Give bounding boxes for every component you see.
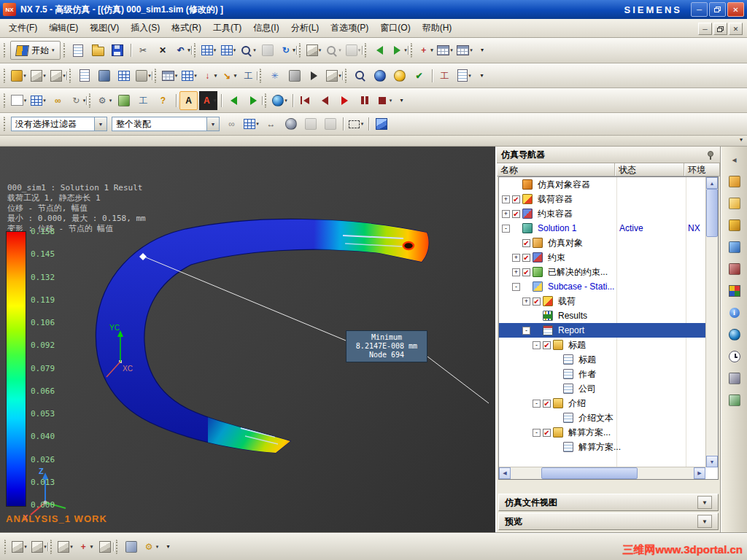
tree-row-solver-text[interactable]: 解算方案... xyxy=(499,440,705,454)
chevron-down-icon[interactable]: ▼ xyxy=(697,496,712,509)
menu-item[interactable]: 首选项(P) xyxy=(325,20,374,36)
post-processing-navigator-tab[interactable] xyxy=(725,195,744,212)
section-button[interactable]: 工▾ xyxy=(436,66,454,85)
minimum-annotation-box[interactable]: Minimum 8.2147E-008 mm Node 694 xyxy=(346,330,427,362)
highlight-button[interactable]: ▾ xyxy=(301,114,320,133)
transform-button[interactable]: ▾ xyxy=(95,66,113,85)
tree-row-sim-object[interactable]: 仿真对象 xyxy=(499,236,705,250)
toolbar-grip[interactable]: ▾ xyxy=(63,43,66,58)
rotate-view-button[interactable]: ↻▾ xyxy=(279,41,297,60)
tree-row-constraint-container[interactable]: + 约束容器 xyxy=(499,206,705,221)
help-button[interactable]: ?▾ xyxy=(154,91,172,110)
tree-row-subcase[interactable]: - Subcase - Stati... xyxy=(499,279,705,294)
tree-expander[interactable]: + xyxy=(502,210,510,218)
forward-button[interactable]: ▾ xyxy=(390,41,409,60)
solve-check-button[interactable]: ✔▾ xyxy=(410,66,428,85)
tools-button[interactable]: ⚙▾ xyxy=(95,91,113,110)
show-assembly-button[interactable]: ▾ xyxy=(49,66,67,85)
menu-item[interactable]: 工具(T) xyxy=(207,20,247,36)
menu-item[interactable]: 视图(V) xyxy=(84,20,125,36)
column-header-environment[interactable]: 环境 xyxy=(684,163,720,176)
scroll-down-button[interactable]: ▼ xyxy=(706,456,718,467)
annotation-color-button[interactable]: A▾ xyxy=(199,91,217,110)
toolbar-overflow-button[interactable]: ▾▾ xyxy=(161,537,175,556)
history-tab[interactable] xyxy=(725,348,744,365)
delete-button[interactable]: ✕▾ xyxy=(154,41,172,60)
toolbar-grip[interactable] xyxy=(4,43,6,58)
show-model-button[interactable]: ▾ xyxy=(29,66,47,85)
tree-checkbox[interactable] xyxy=(522,239,530,247)
smart-select-button[interactable]: ✳▾ xyxy=(266,66,284,85)
first-frame-button[interactable]: ▾ xyxy=(296,91,314,110)
pattern-component-button[interactable]: ▾ xyxy=(96,537,114,556)
play-button[interactable]: ▾ xyxy=(336,91,354,110)
tree-checkbox[interactable] xyxy=(522,254,530,262)
tree-row-intro-section[interactable]: - 介绍 xyxy=(499,396,705,411)
mesh-button[interactable]: ▾ xyxy=(180,66,198,85)
post-view-button[interactable]: ▾ xyxy=(271,91,289,110)
toolbar-grip[interactable]: ▾ xyxy=(260,69,262,83)
save-button[interactable]: ▾ xyxy=(109,41,127,60)
zoom-button[interactable]: ▾ xyxy=(239,41,258,60)
menu-item[interactable]: 文件(F) xyxy=(3,20,43,36)
toolbar-grip[interactable]: ▾ xyxy=(50,540,53,554)
toolbar-grip[interactable]: ▾ xyxy=(299,43,301,58)
resource-collapse-button[interactable]: ◂ xyxy=(725,151,744,168)
report-button[interactable]: ▾ xyxy=(455,66,473,85)
previous-frame-button[interactable]: ▾ xyxy=(316,91,334,110)
simulation-file-view-section[interactable]: 仿真文件视图 ▼ xyxy=(498,494,719,511)
tree-row-solver-section[interactable]: - 解算方案... xyxy=(499,425,705,440)
toolbar-grip[interactable]: ▾ xyxy=(4,93,6,108)
tree-checkbox[interactable] xyxy=(543,400,551,408)
spreadsheet-button[interactable]: ▾ xyxy=(456,41,474,60)
open-button[interactable]: ▾ xyxy=(89,41,107,60)
tree-row-title-section[interactable]: - 标题 xyxy=(499,338,705,352)
object-color-button[interactable]: ▾ xyxy=(9,91,28,110)
load-button[interactable]: ↘▾ xyxy=(220,66,238,85)
toolbar-grip[interactable]: ▾ xyxy=(89,93,91,108)
tree-checkbox[interactable] xyxy=(543,341,551,349)
toolbar-grip[interactable]: ▾ xyxy=(411,43,413,58)
pan-button[interactable]: ▾ xyxy=(259,41,277,60)
tree-row-company[interactable]: 公司 xyxy=(499,381,705,396)
doc-restore-button[interactable] xyxy=(713,23,727,35)
toolbar-overflow-button[interactable]: ▾▾ xyxy=(395,91,409,110)
tree-row-title[interactable]: 标题 xyxy=(499,352,705,367)
settings-gear-button[interactable]: ⚙▾ xyxy=(142,537,160,556)
tree-checkbox[interactable] xyxy=(512,195,520,203)
graphics-window[interactable]: YC XC Z X 000_sim1 : Solution 1 Result载荷… xyxy=(0,147,495,533)
view-layout-button[interactable]: ▾ xyxy=(200,41,218,60)
scroll-right-button[interactable]: ▶ xyxy=(694,467,705,479)
close-button[interactable]: ✕ xyxy=(727,2,744,17)
assembly-button[interactable]: ▾ xyxy=(10,537,28,556)
tree-row-sim-object-container[interactable]: 仿真对象容器 xyxy=(499,177,705,192)
toolbar-grip[interactable]: ▾ xyxy=(4,540,7,554)
part-navigator-tab[interactable] xyxy=(725,238,744,256)
internet-browser-tab[interactable] xyxy=(725,326,744,343)
color-palette-tab[interactable] xyxy=(725,282,744,300)
toolbar-overflow-chevron[interactable]: ▾ xyxy=(740,136,743,143)
tree-checkbox[interactable] xyxy=(543,429,551,437)
back-button[interactable]: ▾ xyxy=(371,41,389,60)
material-button[interactable]: ▾ xyxy=(390,66,409,85)
tree-expander[interactable]: + xyxy=(512,268,520,276)
add-component-button[interactable]: ▾ xyxy=(30,537,48,556)
tree-expander[interactable]: + xyxy=(522,298,530,306)
fixed-constraint-button[interactable]: ↓▾ xyxy=(200,66,218,85)
scroll-up-button[interactable]: ▲ xyxy=(706,177,718,189)
simulation-navigator-tab[interactable] xyxy=(725,173,744,190)
datum-csys-button[interactable]: +▾ xyxy=(76,537,94,556)
roles-tab[interactable] xyxy=(725,370,744,387)
edit-object-display-button[interactable]: ▾ xyxy=(29,91,47,110)
tree-expander[interactable]: - xyxy=(533,429,541,437)
tree-expander[interactable]: - xyxy=(512,283,520,291)
tree-row-solved-constraints[interactable]: + 已解决的约束... xyxy=(499,265,705,279)
interpart-link-button[interactable]: ∞▾ xyxy=(49,91,67,110)
toolbar-grip[interactable]: ▾ xyxy=(116,540,118,554)
start-menu-button[interactable]: 开始 ▾ xyxy=(10,41,61,60)
tree-row-results[interactable]: Results xyxy=(499,308,705,323)
simulation-link-button[interactable]: ▾ xyxy=(9,66,28,85)
column-header-name[interactable]: 名称 xyxy=(497,163,615,176)
expressions-button[interactable]: ▾ xyxy=(436,41,454,60)
tree-expander[interactable]: + xyxy=(502,195,510,203)
